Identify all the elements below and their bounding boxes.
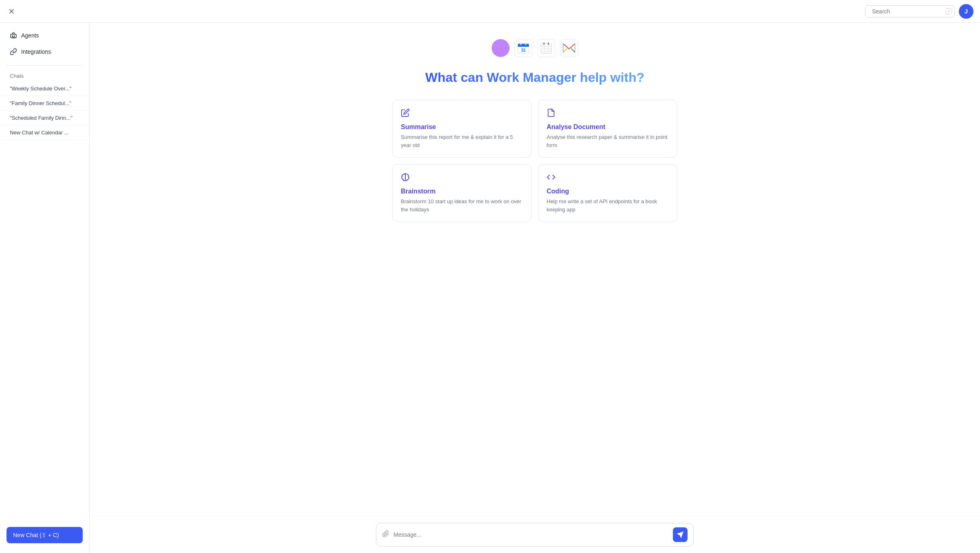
svg-point-4 — [14, 36, 15, 37]
card-summarise[interactable]: Summarise Summarise this report for me &… — [392, 100, 532, 158]
card-summarise-title: Summarise — [401, 123, 523, 131]
svg-text:31: 31 — [521, 48, 526, 53]
sidebar: Agents Integrations Chats "Weekly Schedu… — [0, 23, 90, 553]
search-box: / — [865, 5, 955, 18]
code-icon — [547, 173, 669, 184]
topbar-left: ✕ — [7, 5, 17, 18]
sidebar-agents-label: Agents — [21, 32, 39, 39]
sidebar-item-integrations[interactable]: Integrations — [5, 44, 84, 59]
topbar: ✕ / J — [0, 0, 980, 23]
card-analyse-desc: Analyse this research paper & summarise … — [547, 133, 669, 149]
main-panel: 31 — [90, 23, 980, 553]
sidebar-integrations-label: Integrations — [21, 48, 51, 55]
layout: Agents Integrations Chats "Weekly Schedu… — [0, 23, 980, 553]
send-button[interactable] — [673, 527, 688, 542]
purple-circle-icon — [492, 39, 510, 57]
list-item[interactable]: "Weekly Schedule Over..." — [0, 81, 89, 96]
svg-rect-17 — [543, 42, 545, 45]
card-coding-title: Coding — [547, 188, 669, 195]
list-item[interactable]: New Chat w/ Calendar ... — [0, 125, 89, 140]
main-body: 31 — [90, 23, 980, 516]
suggestion-cards: Summarise Summarise this report for me &… — [392, 100, 677, 222]
document-icon — [547, 108, 669, 119]
svg-rect-18 — [548, 42, 549, 45]
card-coding-desc: Help me write a set of API endpoints for… — [547, 198, 669, 213]
sidebar-divider — [7, 65, 83, 66]
sidebar-footer: New Chat (⇧ + C) — [0, 522, 89, 548]
input-area — [90, 516, 980, 553]
robot-icon — [10, 32, 17, 39]
gmail-svg — [563, 44, 575, 53]
card-coding[interactable]: Coding Help me write a set of API endpoi… — [538, 164, 677, 222]
card-analyse[interactable]: Analyse Document Analyse this research p… — [538, 100, 677, 158]
card-summarise-desc: Summarise this report for me & explain i… — [401, 133, 523, 149]
svg-rect-7 — [518, 46, 529, 47]
sidebar-item-agents[interactable]: Agents — [5, 28, 84, 43]
calendar-svg: 31 — [517, 42, 530, 54]
new-chat-button[interactable]: New Chat (⇧ + C) — [7, 527, 83, 543]
message-input-row — [376, 523, 694, 546]
link-icon — [10, 48, 17, 55]
page-title: What can Work Manager help with? — [425, 70, 644, 85]
send-icon — [677, 531, 683, 538]
topbar-right: / J — [865, 4, 973, 19]
list-item[interactable]: "Scheduled Family Dinn..." — [0, 111, 89, 125]
gmail-icon — [560, 39, 578, 57]
close-button[interactable]: ✕ — [7, 5, 17, 18]
attach-button[interactable] — [382, 530, 389, 540]
pencil-icon — [401, 108, 523, 119]
google-calendar-icon: 31 — [514, 39, 532, 57]
svg-marker-23 — [677, 532, 683, 537]
list-item[interactable]: "Family Dinner Schedul..." — [0, 96, 89, 111]
svg-rect-10 — [525, 43, 527, 45]
svg-rect-9 — [521, 43, 522, 45]
sidebar-section-chats: Chats — [0, 70, 89, 81]
card-analyse-title: Analyse Document — [547, 123, 669, 131]
svg-point-3 — [12, 36, 13, 37]
card-brainstorm-desc: Brainstorm 10 start up ideas for me to w… — [401, 198, 523, 213]
google-cal-grid-icon — [537, 39, 555, 57]
search-input[interactable] — [872, 8, 943, 15]
avatar[interactable]: J — [959, 4, 973, 19]
paperclip-icon — [382, 530, 389, 538]
message-input[interactable] — [393, 531, 669, 538]
brain-icon — [401, 173, 523, 184]
card-brainstorm-title: Brainstorm — [401, 188, 523, 195]
svg-rect-11 — [541, 44, 552, 53]
integration-icons: 31 — [492, 39, 578, 57]
grid-calendar-svg — [541, 42, 552, 54]
card-brainstorm[interactable]: Brainstorm Brainstorm 10 start up ideas … — [392, 164, 532, 222]
sidebar-nav: Agents Integrations — [0, 28, 89, 60]
search-shortcut: / — [946, 8, 952, 15]
